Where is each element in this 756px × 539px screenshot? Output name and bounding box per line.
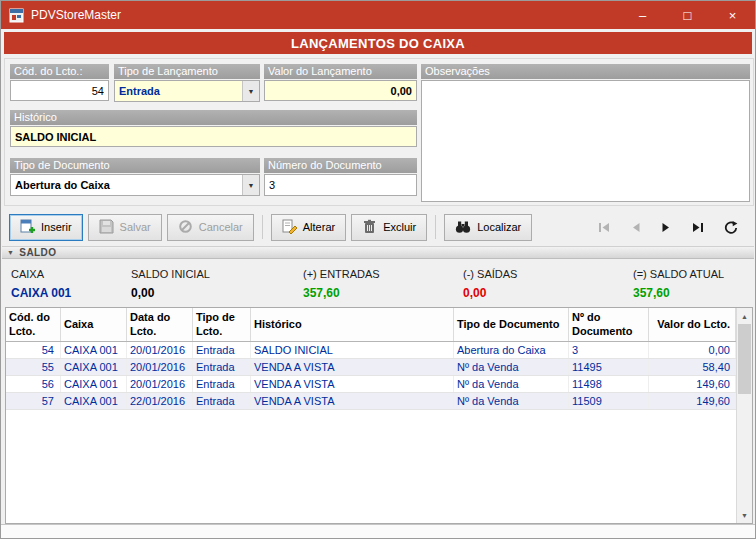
alterar-button[interactable]: Alterar [271,214,346,241]
summary-header-saidas: (-) SAÍDAS [463,268,633,280]
minimize-button[interactable]: – [620,1,665,29]
grid-cell: 11495 [569,359,649,375]
chevron-down-icon[interactable]: ▼ [242,81,259,101]
table-row[interactable]: 57CAIXA 00122/01/2016EntradaVENDA A VIST… [6,393,736,410]
grid-cell: 3 [569,342,649,358]
nav-next-button[interactable] [659,220,673,235]
grid-cell: SALDO INICIAL [251,342,454,358]
grid-header-cell[interactable]: Nº do Documento [569,308,649,341]
grid-cell: VENDA A VISTA [251,393,454,409]
scrollbar-thumb[interactable] [738,324,751,394]
grid-header-cell[interactable]: Valor do Lcto. [649,308,736,341]
grid-cell: 20/01/2016 [127,359,193,375]
grid-cell: CAIXA 001 [61,376,127,392]
scroll-down-icon[interactable]: ▼ [737,507,752,523]
summary-header-entradas: (+) ENTRADAS [303,268,463,280]
excluir-label: Excluir [383,221,416,233]
grid-cell: VENDA A VISTA [251,359,454,375]
grid-header-cell[interactable]: Caixa [61,308,127,341]
app-window: PDVStoreMaster – □ × LANÇAMENTOS DO CAIX… [0,0,756,539]
numero-documento-input[interactable] [264,174,417,196]
saldo-summary: CAIXA SALDO INICIAL (+) ENTRADAS (-) SAÍ… [1,261,755,305]
inserir-button[interactable]: Inserir [9,214,83,241]
tipo-lancamento-label: Tipo de Lançamento [114,64,260,79]
grid-header-cell[interactable]: Data do Lcto. [127,308,193,341]
vertical-scrollbar[interactable]: ▲ ▼ [736,308,752,523]
grid-cell: 55 [6,359,61,375]
tipo-documento-select[interactable]: Abertura do Caixa ▼ [10,174,260,196]
entry-form: Cód. do Lcto.: Tipo de Lançamento Entrad… [4,58,754,206]
tipo-lancamento-select[interactable]: Entrada ▼ [114,80,260,102]
grid-cell: 11498 [569,376,649,392]
grid-cell: Entrada [193,359,251,375]
grid-content: Cód. do Lcto.CaixaData do Lcto.Tipo de L… [6,308,736,523]
refresh-icon[interactable] [722,219,740,236]
grid-cell: CAIXA 001 [61,393,127,409]
toolbar-divider [262,215,263,239]
scroll-up-icon[interactable]: ▲ [737,308,752,324]
grid-cell: 149,60 [649,393,736,409]
summary-header-saldo-inicial: SALDO INICIAL [131,268,303,280]
grid-cell: Entrada [193,376,251,392]
cancel-icon [178,219,193,236]
nav-first-button[interactable] [596,220,613,235]
grid-cell: 57 [6,393,61,409]
grid-cell: Entrada [193,393,251,409]
alterar-label: Alterar [303,221,335,233]
binoculars-icon [455,219,471,236]
maximize-button[interactable]: □ [665,1,710,29]
toolbar: Inserir Salvar Cancelar Alterar Excluir … [4,210,752,244]
grid-header-row: Cód. do Lcto.CaixaData do Lcto.Tipo de L… [6,308,736,342]
grid-cell: 0,00 [649,342,736,358]
app-icon [9,8,24,23]
cancelar-label: Cancelar [199,221,243,233]
edit-icon [282,219,297,236]
valor-lancamento-label: Valor do Lançamento [264,64,417,79]
close-button[interactable]: × [710,1,755,29]
tipo-documento-value: Abertura do Caixa [11,179,242,191]
collapse-icon: ▼ [7,249,14,256]
table-row[interactable]: 54CAIXA 00120/01/2016EntradaSALDO INICIA… [6,342,736,359]
localizar-label: Localizar [477,221,521,233]
grid-cell: Nº da Venda [454,359,569,375]
grid-cell: 54 [6,342,61,358]
salvar-button[interactable]: Salvar [88,214,162,241]
observacoes-label: Observações [421,64,750,79]
grid-cell: CAIXA 001 [61,359,127,375]
valor-lancamento-input[interactable] [264,80,417,101]
historico-input[interactable] [10,126,417,147]
grid-cell: 20/01/2016 [127,376,193,392]
localizar-button[interactable]: Localizar [444,214,532,241]
salvar-label: Salvar [120,221,151,233]
nav-previous-button[interactable] [629,220,643,235]
bottom-strip [1,524,755,538]
grid-header-cell[interactable]: Tipo de Lcto. [193,308,251,341]
trash-icon [362,219,377,236]
inserir-label: Inserir [41,221,72,233]
chevron-down-icon[interactable]: ▼ [242,175,259,195]
saldo-section-header[interactable]: ▼ SALDO [2,246,754,259]
excluir-button[interactable]: Excluir [351,214,427,241]
cancelar-button[interactable]: Cancelar [167,214,254,241]
grid-cell: 58,40 [649,359,736,375]
grid-cell: 11509 [569,393,649,409]
title-bar: PDVStoreMaster – □ × [1,1,755,29]
grid-cell: Entrada [193,342,251,358]
grid-cell: 20/01/2016 [127,342,193,358]
tipo-lancamento-value: Entrada [115,85,242,97]
grid-header-cell[interactable]: Histórico [251,308,454,341]
window-title: PDVStoreMaster [31,8,121,22]
nav-last-button[interactable] [689,220,706,235]
grid-cell: Nº da Venda [454,376,569,392]
grid-cell: 22/01/2016 [127,393,193,409]
summary-value-saidas: 0,00 [463,286,633,300]
summary-value-saldo-inicial: 0,00 [131,286,303,300]
grid-header-cell[interactable]: Cód. do Lcto. [6,308,61,341]
observacoes-textarea[interactable] [421,80,750,202]
table-row[interactable]: 56CAIXA 00120/01/2016EntradaVENDA A VIST… [6,376,736,393]
cod-lcto-input[interactable] [10,80,109,101]
table-row[interactable]: 55CAIXA 00120/01/2016EntradaVENDA A VIST… [6,359,736,376]
grid-header-cell[interactable]: Tipo de Documento [454,308,569,341]
page-title: LANÇAMENTOS DO CAIXA [4,32,752,54]
historico-label: Histórico [10,110,417,125]
